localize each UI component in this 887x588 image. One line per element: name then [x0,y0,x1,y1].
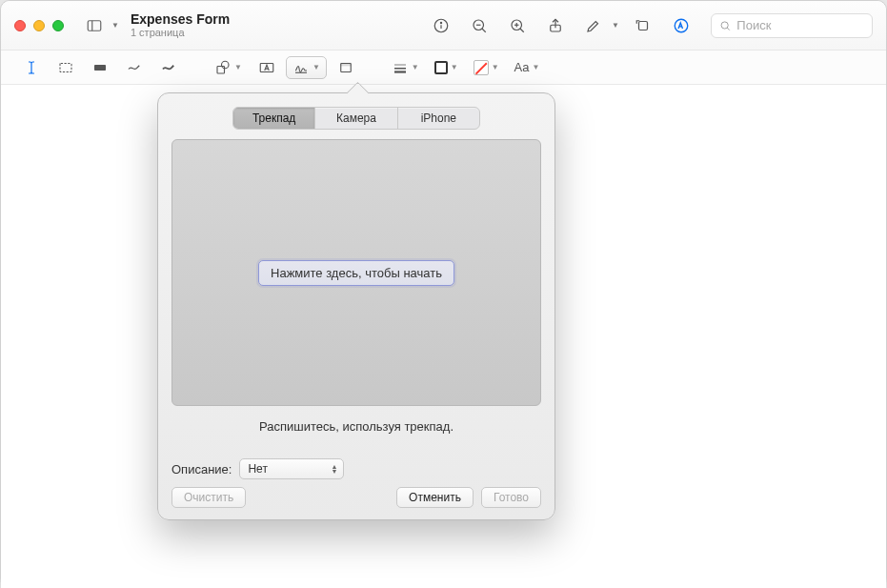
redact-icon [91,59,109,76]
description-select[interactable]: Нет ▲▼ [239,458,344,479]
share-button[interactable] [541,13,570,38]
draw-icon [160,59,177,76]
signature-source-tabs: Трекпад Камера iPhone [232,107,480,130]
tab-camera[interactable]: Камера [315,108,397,129]
text-style-label: Aa [514,60,530,74]
chevron-down-icon: ▼ [312,63,320,71]
info-icon [433,17,450,34]
text-cursor-icon [23,59,40,76]
titlebar: ▼ Expenses Form 1 страница ▼ [1,1,886,51]
note-tool[interactable] [331,56,361,79]
rotate-button[interactable] [629,13,657,38]
stepper-chevrons-icon: ▲▼ [332,464,338,474]
description-row: Описание: Нет ▲▼ [171,458,541,479]
search-icon [719,19,731,32]
textbox-tool[interactable] [252,56,282,79]
chevron-down-icon[interactable]: ▼ [111,21,119,30]
window-controls [14,20,64,31]
clear-button[interactable]: Очистить [171,487,246,508]
close-window-button[interactable] [14,20,26,31]
chevron-down-icon: ▼ [492,63,499,71]
draw-tool[interactable] [153,56,184,79]
signature-hint: Распишитесь, используя трекпад. [171,419,541,434]
minimize-window-button[interactable] [33,20,45,31]
document-title: Expenses Form [131,11,230,27]
highlighter-icon [585,17,602,34]
sign-tool[interactable]: ▼ [286,56,327,79]
document-title-block: Expenses Form 1 страница [131,11,230,39]
svg-rect-13 [639,21,648,30]
titlebar-tools: ▼ [427,13,873,38]
chevron-down-icon: ▼ [533,63,540,71]
highlight-button[interactable] [579,13,608,38]
description-label: Описание: [171,462,232,476]
markup-button[interactable] [667,13,695,38]
markup-toolbar: ▼ ▼ ▼ ▼ ▼ Aa ▼ [1,51,886,85]
fullscreen-window-button[interactable] [52,20,64,31]
selection-rect-icon [57,59,74,76]
line-weight-icon [392,59,409,76]
svg-rect-0 [88,20,101,30]
redact-tool[interactable] [85,56,115,79]
search-field[interactable] [711,13,873,38]
share-icon [547,17,564,34]
svg-point-15 [721,21,728,28]
svg-rect-17 [60,63,71,71]
svg-rect-18 [94,65,106,71]
tab-iphone[interactable]: iPhone [398,108,479,129]
note-icon [337,59,354,76]
stroke-color-tool[interactable]: ▼ [429,56,464,79]
rect-select-tool[interactable] [50,56,81,79]
text-selection-tool[interactable] [16,56,47,79]
app-window: ▼ Expenses Form 1 страница ▼ [0,0,887,588]
rotate-icon [635,17,652,34]
zoom-out-icon [471,17,488,34]
color-swatch-icon [434,61,448,74]
document-subtitle: 1 страница [131,27,230,39]
sidebar-icon [86,17,103,34]
cancel-button[interactable]: Отменить [396,487,474,508]
svg-point-20 [222,61,230,69]
chevron-down-icon: ▼ [412,63,419,71]
no-fill-icon [474,60,489,75]
popover-buttons: Очистить Отменить Готово [171,487,541,508]
chevron-down-icon[interactable]: ▼ [612,21,619,30]
sketch-icon [126,59,143,76]
shapes-tool[interactable]: ▼ [209,56,248,79]
info-button[interactable] [427,13,455,38]
svg-line-6 [482,29,486,32]
description-value: Нет [248,462,267,476]
sketch-tool[interactable] [119,56,150,79]
shapes-icon [214,59,232,76]
done-button[interactable]: Готово [481,487,541,508]
signature-icon [292,59,310,76]
signature-canvas[interactable]: Нажмите здесь, чтобы начать [171,139,541,406]
click-to-start-button[interactable]: Нажмите здесь, чтобы начать [258,260,454,286]
line-weight-tool[interactable]: ▼ [386,56,425,79]
svg-line-16 [727,28,730,30]
svg-line-9 [520,29,524,32]
svg-rect-24 [341,63,352,65]
chevron-down-icon: ▼ [451,63,458,71]
chevron-down-icon: ▼ [234,63,242,71]
text-box-icon [258,59,275,76]
signature-popover: Трекпад Камера iPhone Нажмите здесь, что… [157,92,555,520]
markup-icon [673,17,690,34]
zoom-in-button[interactable] [503,13,532,38]
tab-trackpad[interactable]: Трекпад [233,108,315,129]
fill-color-tool[interactable]: ▼ [468,56,505,79]
sidebar-toggle-button[interactable] [81,14,108,37]
text-style-tool[interactable]: Aa ▼ [509,56,546,79]
search-input[interactable] [736,18,864,32]
zoom-in-icon [509,17,526,34]
zoom-out-button[interactable] [465,13,494,38]
document-canvas[interactable]: Трекпад Камера iPhone Нажмите здесь, что… [1,85,886,588]
svg-point-4 [440,22,441,23]
